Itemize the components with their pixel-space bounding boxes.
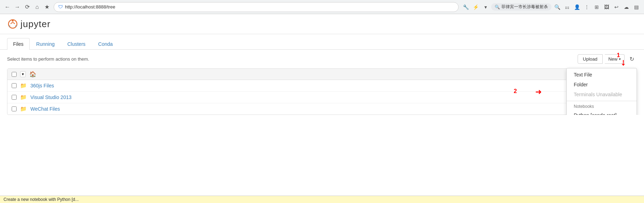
browser-nav-controls: ← → ⟳ ⌂ ★ [4, 3, 51, 11]
sidebar-toggle[interactable]: ▤ [632, 3, 640, 11]
folder-icon-wechat: 📁 [20, 106, 27, 112]
select-hint-text: Select items to perform actions on them. [7, 56, 89, 62]
file-list-container: ▾ 🏠 📁 360js Files 📁 Visual Studio 2013 📁… [7, 68, 637, 115]
reload-button[interactable]: ⟳ [23, 3, 31, 11]
search-icon: 🔍 [495, 5, 500, 10]
new-caret-icon: ▾ [619, 57, 621, 61]
browser-toolbar-right: 🔧 ⚡ ▾ 🔍 菲律宾一市长涉毒被射杀 🔍 ⚏ 👤 ⋮ ⊞ 🖼 ↩ ☁ ▤ [461, 3, 640, 11]
file-checkbox-wechat[interactable] [12, 106, 17, 111]
new-dropdown-menu: Text File Folder Terminals Unavailable N… [566, 68, 637, 115]
zoom-button[interactable]: ⊞ [592, 3, 601, 11]
dropdown-item-python-conda[interactable]: Python [conda root] [567, 110, 637, 115]
svg-point-1 [12, 20, 14, 22]
file-row: 📁 Visual Studio 2013 [7, 92, 637, 103]
home-breadcrumb-icon[interactable]: 🏠 [29, 71, 36, 78]
extensions-button[interactable]: 🔧 [461, 3, 470, 11]
file-row: 📁 WeChat Files [7, 103, 637, 115]
bookmark-button[interactable]: ★ [43, 3, 51, 11]
file-checkbox-vs2013[interactable] [12, 95, 17, 100]
file-link-360js[interactable]: 360js Files [30, 83, 54, 88]
flash-button[interactable]: ⚡ [471, 3, 480, 11]
folder-icon-360js: 📁 [20, 82, 27, 89]
jupyter-header: jupyter [0, 14, 644, 34]
file-link-vs2013[interactable]: Visual Studio 2013 [30, 94, 72, 100]
lens-button[interactable]: 🔍 [553, 3, 561, 11]
dropdown-item-folder[interactable]: Folder [567, 80, 637, 90]
undo-button[interactable]: ↩ [612, 3, 621, 11]
tab-conda[interactable]: Conda [92, 38, 119, 50]
sort-dropdown-button[interactable]: ▾ [20, 71, 26, 77]
cloud-button[interactable]: ☁ [622, 3, 631, 11]
dropdown-divider [567, 101, 637, 101]
svg-point-2 [9, 25, 10, 27]
file-list-header: ▾ 🏠 [7, 69, 637, 80]
jupyter-logo: jupyter [7, 18, 50, 30]
file-checkbox-360js[interactable] [12, 83, 17, 88]
folder-icon-vs2013: 📁 [20, 94, 27, 100]
notebooks-section-label: Notebooks [567, 103, 637, 110]
image-button[interactable]: 🖼 [602, 3, 611, 11]
url-text: http://localhost:8888/tree [65, 4, 115, 10]
forward-button[interactable]: → [13, 3, 21, 11]
tab-clusters[interactable]: Clusters [61, 38, 91, 50]
tabs-bar: Files Running Clusters Conda [0, 38, 644, 50]
refresh-button[interactable]: ↻ [627, 54, 637, 64]
user-button[interactable]: 👤 [573, 3, 581, 11]
main-toolbar: Select items to perform actions on them.… [0, 50, 644, 68]
back-button[interactable]: ← [4, 3, 11, 11]
search-text: 菲律宾一市长涉毒被射杀 [501, 4, 548, 10]
svg-point-3 [15, 25, 17, 27]
select-all-checkbox[interactable] [12, 72, 17, 77]
toolbar-right: Upload New ▾ ↻ [578, 54, 637, 64]
browser-chrome: ← → ⟳ ⌂ ★ 🛡 http://localhost:8888/tree 🔧… [0, 0, 644, 14]
file-link-wechat[interactable]: WeChat Files [30, 106, 60, 112]
dropdown-item-terminals: Terminals Unavailable [567, 90, 637, 99]
dropdown-item-text-file[interactable]: Text File [567, 70, 637, 80]
dropdown-browser-btn[interactable]: ▾ [481, 3, 490, 11]
upload-button[interactable]: Upload [578, 54, 603, 64]
apps-button[interactable]: ⚏ [563, 3, 571, 11]
tab-running[interactable]: Running [30, 38, 61, 50]
more-button[interactable]: ⋮ [583, 3, 591, 11]
search-area: 🔍 菲律宾一市长涉毒被射杀 [491, 3, 551, 11]
file-row: 📁 360js Files [7, 80, 637, 92]
tab-files[interactable]: Files [7, 38, 30, 50]
address-bar[interactable]: 🛡 http://localhost:8888/tree [54, 2, 459, 12]
jupyter-logo-icon [7, 18, 18, 30]
security-icon: 🛡 [58, 4, 63, 10]
home-browser-button[interactable]: ⌂ [33, 3, 41, 11]
new-button[interactable]: New ▾ [605, 54, 625, 64]
jupyter-logo-text: jupyter [20, 19, 50, 30]
